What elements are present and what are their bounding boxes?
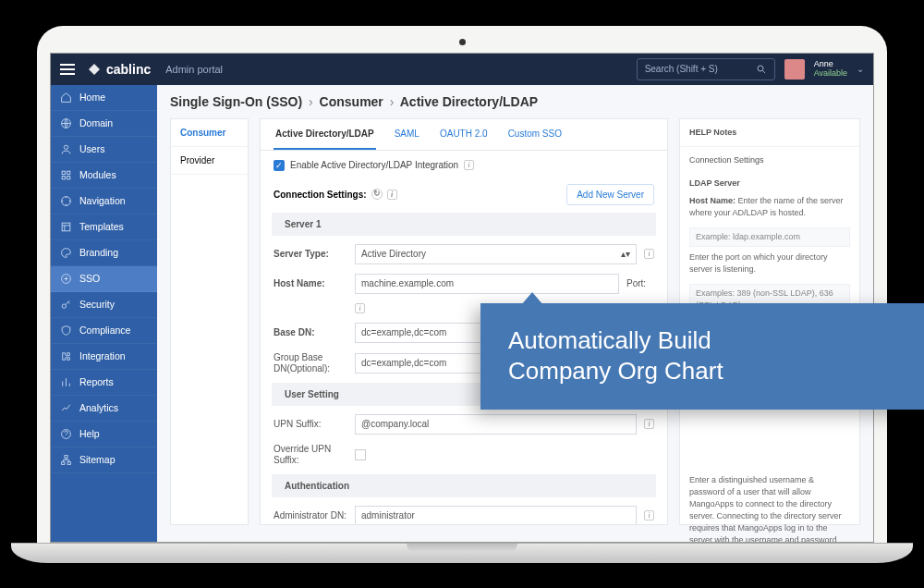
subnav-provider[interactable]: Provider (171, 147, 248, 175)
search-input[interactable]: Search (Shift + S) (637, 58, 775, 80)
sidebar-item-home[interactable]: Home (51, 85, 157, 111)
help-conn-settings: Connection Settings (680, 147, 859, 170)
svg-point-10 (62, 303, 66, 307)
override-upn-label: Override UPN Suffix: (274, 444, 347, 466)
sidebar-item-label: Users (79, 143, 104, 154)
sidebar-item-label: Integration (79, 350, 126, 361)
info-icon[interactable]: i (644, 249, 654, 259)
key-icon (60, 299, 72, 311)
menu-icon[interactable] (60, 64, 75, 75)
enable-row: ✓ Enable Active Directory/LDAP Integrati… (261, 151, 667, 180)
sidebar-item-label: Help (79, 428, 100, 439)
svg-rect-8 (62, 223, 70, 231)
sidebar-item-domain[interactable]: Domain (51, 111, 157, 137)
help-icon (60, 428, 72, 440)
config-subnav: Consumer Provider (170, 118, 249, 525)
server-type-select[interactable]: Active Directory▴▾ (355, 244, 637, 264)
help-port-text: Enter the port on which your directory s… (680, 250, 859, 281)
globe-icon (60, 117, 72, 129)
sidebar-item-compliance[interactable]: Compliance (51, 318, 157, 344)
sidebar-item-label: Navigation (79, 195, 126, 206)
info-icon[interactable]: i (644, 419, 654, 429)
tab-saml[interactable]: SAML (393, 119, 421, 150)
server1-header: Server 1 (272, 213, 656, 236)
breadcrumb-b[interactable]: Consumer (320, 94, 383, 109)
help-host-example: Example: ldap.example.com (689, 227, 850, 247)
enable-checkbox[interactable]: ✓ (274, 160, 285, 171)
svg-rect-13 (62, 461, 65, 464)
subnav-consumer[interactable]: Consumer (171, 119, 248, 147)
help-ldap-server: LDAP Server (680, 170, 859, 193)
avatar[interactable] (784, 59, 805, 80)
sidebar-item-integration[interactable]: Integration (51, 344, 157, 370)
info-icon[interactable]: i (355, 303, 365, 313)
sidebar-item-label: Templates (79, 221, 124, 232)
sidebar: HomeDomainUsersModulesNavigationTemplate… (51, 85, 157, 542)
sidebar-item-label: Security (79, 299, 115, 310)
palette-icon (60, 247, 72, 259)
laptop-base (11, 543, 913, 563)
sidebar-item-templates[interactable]: Templates (51, 214, 157, 240)
breadcrumb-a[interactable]: Single Sign-On (SSO) (170, 94, 302, 109)
chevron-down-icon[interactable]: ⌄ (857, 64, 864, 74)
host-name-input[interactable] (355, 274, 619, 294)
top-bar: cablinc Admin portal Search (Shift + S) … (51, 54, 873, 85)
svg-point-2 (64, 145, 67, 149)
sidebar-item-reports[interactable]: Reports (51, 370, 157, 396)
sitemap-icon (60, 454, 72, 466)
sidebar-item-navigation[interactable]: Navigation (51, 189, 157, 214)
sidebar-item-sso[interactable]: SSO (51, 266, 157, 292)
search-placeholder: Search (Shift + S) (645, 64, 718, 74)
svg-rect-14 (67, 461, 70, 464)
home-icon (60, 92, 72, 104)
upn-input[interactable] (355, 414, 637, 435)
help-host-text: Host Name: Enter the name of the server … (680, 193, 859, 225)
sidebar-item-help[interactable]: Help (51, 422, 157, 447)
user-block[interactable]: Anne Available (814, 60, 847, 79)
add-server-button[interactable]: Add New Server (566, 184, 654, 205)
svg-rect-4 (67, 171, 70, 174)
tab-ad-ldap[interactable]: Active Directory/LDAP (274, 119, 376, 150)
brand-logo[interactable]: cablinc (86, 61, 151, 78)
group-base-label: Group Base DN(Optional): (274, 352, 347, 374)
logo-icon (86, 61, 103, 78)
svg-rect-12 (65, 455, 67, 458)
info-icon[interactable]: i (644, 510, 654, 521)
breadcrumb-c: Active Directory/LDAP (400, 94, 538, 109)
refresh-icon[interactable] (371, 189, 383, 200)
sidebar-item-branding[interactable]: Branding (51, 240, 157, 266)
host-name-label: Host Name: (274, 278, 347, 289)
trend-icon (60, 402, 72, 414)
sidebar-item-label: Home (79, 92, 105, 103)
sidebar-item-label: Branding (79, 247, 118, 258)
sidebar-item-analytics[interactable]: Analytics (51, 396, 157, 422)
plus-circle-icon (60, 273, 72, 285)
sidebar-item-sitemap[interactable]: Sitemap (51, 447, 157, 473)
user-icon (60, 143, 72, 155)
brand-text: cablinc (106, 62, 151, 77)
sidebar-item-label: Modules (79, 169, 116, 180)
tab-oauth[interactable]: OAUTH 2.0 (438, 119, 490, 150)
sidebar-item-label: Reports (79, 376, 114, 387)
sidebar-item-modules[interactable]: Modules (51, 163, 157, 189)
overlay-line1: Automatically Build (508, 325, 896, 357)
info-icon[interactable]: i (464, 160, 474, 170)
sso-tabs: Active Directory/LDAP SAML OAUTH 2.0 Cus… (261, 119, 667, 151)
shield-icon (60, 325, 72, 337)
svg-rect-3 (62, 171, 65, 174)
sidebar-item-label: Compliance (79, 325, 130, 336)
search-icon (756, 64, 767, 75)
admin-dn-input[interactable] (355, 506, 637, 525)
upn-label: UPN Suffix: (274, 419, 347, 430)
user-status: Available (814, 69, 847, 79)
base-dn-label: Base DN: (274, 327, 347, 338)
tab-custom[interactable]: Custom SSO (506, 119, 564, 150)
puzzle-icon (60, 350, 72, 362)
info-icon[interactable]: i (387, 190, 397, 200)
sidebar-item-security[interactable]: Security (51, 292, 157, 318)
sidebar-item-label: Sitemap (79, 454, 116, 465)
sidebar-item-users[interactable]: Users (51, 137, 157, 163)
template-icon (60, 221, 72, 233)
override-upn-checkbox[interactable] (355, 449, 366, 460)
svg-rect-6 (67, 176, 70, 178)
